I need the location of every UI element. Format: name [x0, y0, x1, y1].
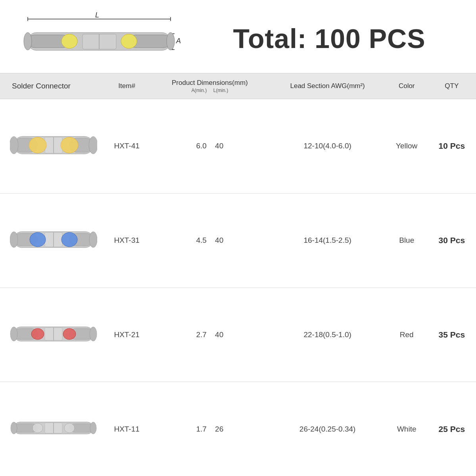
svg-point-16: [167, 33, 175, 50]
a-min: 2.7: [196, 330, 207, 339]
l-min: 26: [215, 425, 223, 433]
total-label: Total: 100 PCS: [198, 23, 460, 54]
product-table: Solder Connector Item# Product Dimension…: [0, 73, 476, 476]
item-number: HXT-21: [103, 288, 150, 382]
connector-image-cell: [0, 288, 103, 382]
svg-point-33: [10, 232, 18, 248]
col-header-color: Color: [386, 73, 428, 99]
svg-point-14: [121, 34, 137, 48]
svg-point-31: [30, 232, 46, 247]
item-number: HXT-11: [103, 382, 150, 476]
color-label: Red: [386, 288, 428, 382]
svg-point-50: [64, 423, 75, 433]
l-min: 40: [215, 142, 223, 150]
svg-point-49: [33, 423, 43, 433]
connector-image-cell: [0, 99, 103, 194]
a-min: 1.7: [196, 425, 207, 433]
dimensions-cell: 6.0 40: [150, 99, 269, 194]
svg-point-23: [61, 137, 78, 153]
diagram-area: L A: [16, 12, 182, 65]
quantity: 25 Pcs: [428, 382, 476, 476]
col-header-item: Item#: [103, 73, 150, 99]
a-min: 6.0: [196, 142, 207, 150]
quantity: 35 Pcs: [428, 288, 476, 382]
svg-point-43: [90, 327, 97, 341]
connector-image-cell: [0, 382, 103, 476]
l-min: 40: [215, 236, 223, 244]
col-header-qty: QTY: [428, 73, 476, 99]
color-label: Yellow: [386, 99, 428, 194]
svg-point-13: [61, 34, 77, 48]
svg-point-25: [89, 136, 97, 154]
item-number: HXT-41: [103, 99, 150, 194]
svg-text:A: A: [176, 37, 181, 45]
table-row: HXT-416.0 4012-10(4.0-6.0)Yellow10 Pcs: [0, 99, 476, 194]
dimensions-cell: 4.5 40: [150, 193, 269, 288]
col-header-lead: Lead Section AWG(mm²): [269, 73, 386, 99]
header-area: L A: [0, 0, 476, 73]
color-label: Blue: [386, 193, 428, 288]
page: L A: [0, 0, 476, 476]
svg-point-41: [63, 328, 76, 340]
svg-point-40: [31, 328, 44, 340]
table-row: HXT-111.7 2626-24(0.25-0.34)White25 Pcs: [0, 382, 476, 476]
table-header-row: Solder Connector Item# Product Dimension…: [0, 73, 476, 99]
svg-text:L: L: [95, 12, 99, 19]
svg-point-52: [90, 422, 96, 434]
lead-section: 12-10(4.0-6.0): [269, 99, 386, 194]
l-min: 40: [215, 330, 223, 339]
table-row: HXT-314.5 4016-14(1.5-2.5)Blue30 Pcs: [0, 193, 476, 288]
svg-point-24: [10, 136, 18, 154]
col-header-dimensions: Product Dimensions(mm) A(min.) L(min.): [150, 73, 269, 99]
lead-section: 22-18(0.5-1.0): [269, 288, 386, 382]
col-header-solder: Solder Connector: [0, 73, 103, 99]
lead-section: 26-24(0.25-0.34): [269, 382, 386, 476]
connector-image-cell: [0, 193, 103, 288]
item-number: HXT-31: [103, 193, 150, 288]
dimensions-cell: 1.7 26: [150, 382, 269, 476]
lead-section: 16-14(1.5-2.5): [269, 193, 386, 288]
svg-point-34: [89, 232, 97, 248]
dimensions-sublabel: A(min.) L(min.): [154, 88, 265, 93]
a-min: 4.5: [196, 236, 207, 244]
svg-point-22: [29, 137, 46, 153]
color-label: White: [386, 382, 428, 476]
quantity: 10 Pcs: [428, 99, 476, 194]
table-row: HXT-212.7 4022-18(0.5-1.0)Red35 Pcs: [0, 288, 476, 382]
svg-point-15: [24, 33, 32, 50]
svg-point-51: [11, 422, 17, 434]
dimensions-cell: 2.7 40: [150, 288, 269, 382]
svg-point-42: [10, 327, 17, 341]
svg-point-32: [61, 232, 77, 247]
quantity: 30 Pcs: [428, 193, 476, 288]
